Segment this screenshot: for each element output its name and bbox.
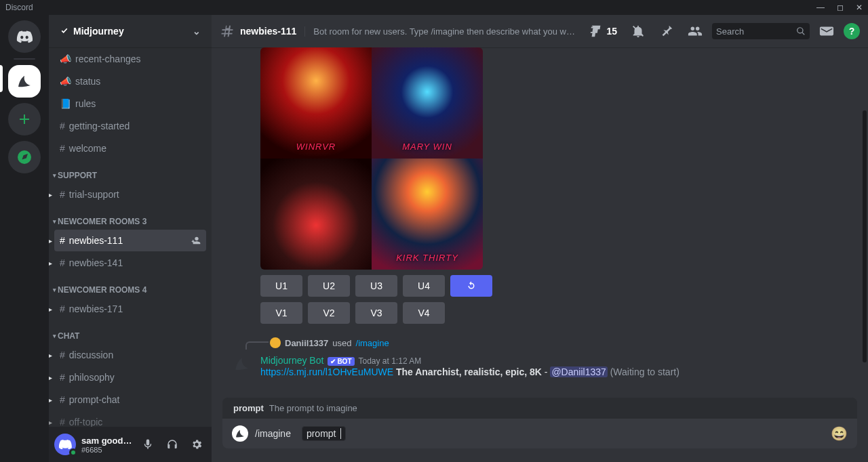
channel-getting-started[interactable]: #getting-started: [54, 115, 206, 137]
prompt-text: The Anarchist, realistic, epic, 8K: [396, 366, 542, 377]
caret-down-icon: ▾: [53, 172, 56, 179]
message-input[interactable]: /imagine prompt 😄: [222, 419, 857, 448]
search-placeholder: Search: [716, 26, 744, 37]
hash-icon: #: [60, 394, 65, 405]
server-header[interactable]: Midjourney ⌄: [49, 15, 212, 47]
inbox-button[interactable]: [815, 24, 838, 39]
channel-header: newbies-111 Bot room for new users. Type…: [212, 15, 868, 47]
app-name: Discord: [5, 3, 33, 12]
autocomplete-popup[interactable]: prompt The prompt to imagine: [222, 398, 857, 419]
category-chat[interactable]: ▾CHAT: [49, 320, 212, 343]
image-variant-3[interactable]: [260, 159, 372, 270]
thread-arrow-icon: ▸: [49, 396, 52, 404]
chat-main: newbies-111 Bot room for new users. Type…: [212, 15, 868, 462]
member-list-button[interactable]: [684, 24, 707, 39]
home-button[interactable]: [8, 20, 41, 53]
server-name: Midjourney: [73, 26, 124, 37]
message-list[interactable]: WINRVR MARY WIN KIRK THIRTY U1 U2 U3 U4 …: [212, 47, 868, 398]
emoji-picker-button[interactable]: 😄: [831, 425, 848, 442]
guild-midjourney[interactable]: [8, 65, 41, 98]
user-panel: sam good… #6685: [49, 427, 212, 462]
reply-spine-icon: [245, 341, 269, 350]
thread-arrow-icon: ▸: [49, 306, 52, 313]
channel-rules[interactable]: 📘rules: [54, 93, 206, 114]
variation-2-button[interactable]: V2: [308, 302, 350, 324]
image-variant-1[interactable]: WINRVR: [260, 47, 372, 159]
upscale-2-button[interactable]: U2: [308, 275, 350, 297]
hash-icon: #: [60, 417, 65, 427]
thread-arrow-icon: ▸: [49, 352, 52, 359]
reply-command[interactable]: /imagine: [356, 338, 389, 348]
category-newcomer-4[interactable]: ▾NEWCOMER ROOMS 4: [49, 274, 212, 297]
variation-1-button[interactable]: V1: [260, 302, 302, 324]
user-settings-button[interactable]: [187, 438, 206, 450]
announcement-icon: 📣: [60, 76, 71, 87]
generated-image-grid[interactable]: WINRVR MARY WIN KIRK THIRTY U1 U2 U3 U4 …: [260, 47, 483, 324]
hash-icon: #: [60, 143, 65, 154]
guild-sidebar: [0, 15, 49, 462]
bot-name[interactable]: Midjourney Bot: [260, 355, 323, 366]
channel-philosophy[interactable]: ▸#philosophy: [54, 366, 206, 388]
window-maximize-icon[interactable]: ◻: [837, 3, 844, 12]
variation-4-button[interactable]: V4: [403, 302, 445, 324]
reply-username: Daniil1337: [285, 338, 328, 348]
user-tag: #6685: [81, 446, 133, 454]
search-icon: [796, 26, 806, 36]
username: sam good…: [81, 436, 133, 446]
hash-icon: #: [60, 372, 65, 383]
caret-down-icon: ▾: [53, 287, 56, 293]
message-timestamp: Today at 1:12 AM: [359, 356, 422, 366]
announcement-icon: 📣: [60, 54, 71, 64]
window-close-icon[interactable]: ✕: [856, 3, 863, 12]
user-info[interactable]: sam good… #6685: [81, 436, 133, 454]
reroll-button[interactable]: [450, 275, 492, 297]
command-app-icon: [232, 425, 248, 442]
channel-welcome[interactable]: #welcome: [54, 138, 206, 159]
channel-off-topic[interactable]: ▸#off-topic: [54, 411, 206, 427]
prompt-link[interactable]: https://s.mj.run/l1OHvEuMUWE: [260, 366, 393, 377]
guild-separator: [14, 58, 35, 60]
scrollbar[interactable]: [863, 110, 867, 362]
variation-3-button[interactable]: V3: [355, 302, 397, 324]
mute-mic-button[interactable]: [138, 438, 157, 450]
upscale-3-button[interactable]: U3: [355, 275, 397, 297]
upscale-4-button[interactable]: U4: [403, 275, 445, 297]
window-minimize-icon[interactable]: —: [816, 3, 825, 12]
image-variant-2[interactable]: MARY WIN: [372, 47, 483, 159]
channel-newbies-141[interactable]: ▸#newbies-141: [54, 252, 206, 274]
input-param-chip[interactable]: prompt: [302, 426, 346, 441]
create-invite-icon[interactable]: [190, 235, 201, 246]
explore-servers-button[interactable]: [8, 141, 41, 173]
pinned-button[interactable]: [655, 24, 678, 39]
channel-trial-support[interactable]: ▸#trial-support: [54, 184, 206, 205]
thread-arrow-icon: ▸: [49, 259, 52, 267]
search-input[interactable]: Search: [712, 23, 810, 39]
job-status: (Waiting to start): [610, 366, 679, 377]
threads-button[interactable]: 15: [585, 24, 621, 39]
image-variant-4[interactable]: KIRK THIRTY: [372, 159, 483, 270]
hash-limited-icon: [220, 24, 235, 39]
bot-avatar[interactable]: [233, 355, 251, 373]
channel-recent-changes[interactable]: 📣recent-changes: [54, 48, 206, 70]
deafen-button[interactable]: [163, 438, 182, 450]
channel-newbies-111[interactable]: ▸#newbies-111: [54, 230, 206, 251]
channel-status[interactable]: 📣status: [54, 70, 206, 92]
upscale-1-button[interactable]: U1: [260, 275, 302, 297]
category-support[interactable]: ▾SUPPORT: [49, 160, 212, 183]
guild-selection-pill: [0, 65, 3, 92]
help-button[interactable]: ?: [844, 23, 860, 39]
user-avatar[interactable]: [54, 434, 76, 455]
reply-context[interactable]: Daniil1337 used /imagine: [245, 336, 857, 350]
add-server-button[interactable]: [8, 103, 41, 135]
category-newcomer-3[interactable]: ▾NEWCOMER ROOMS 3: [49, 206, 212, 229]
channel-prompt-chat[interactable]: ▸#prompt-chat: [54, 389, 206, 411]
user-mention[interactable]: @Daniil1337: [550, 366, 607, 377]
notifications-button[interactable]: [627, 24, 650, 39]
chevron-down-icon: ⌄: [193, 26, 201, 37]
channel-list[interactable]: 📣recent-changes 📣status 📘rules #getting-…: [49, 47, 212, 427]
thread-arrow-icon: ▸: [49, 237, 52, 245]
thread-arrow-icon: ▸: [49, 191, 52, 198]
channel-newbies-171[interactable]: ▸#newbies-171: [54, 298, 206, 320]
channel-topic[interactable]: Bot room for new users. Type /imagine th…: [304, 26, 579, 37]
channel-discussion[interactable]: ▸#discussion: [54, 344, 206, 366]
